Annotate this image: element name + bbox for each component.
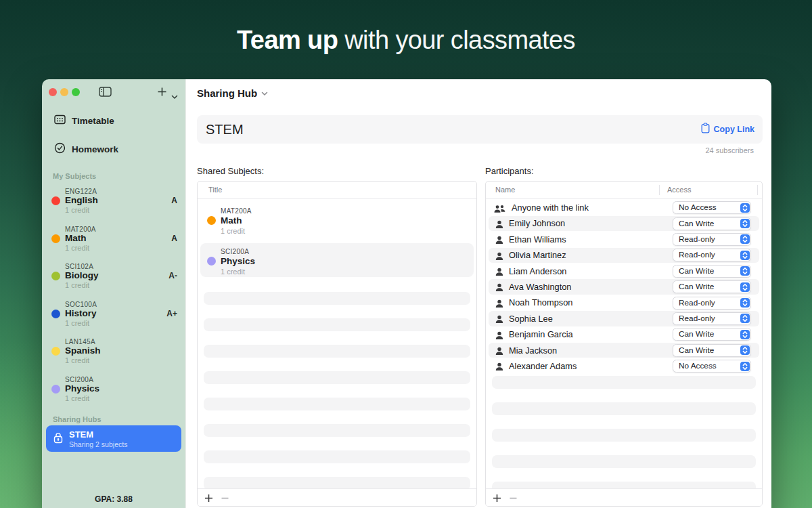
subject-credits: 1 credit [65, 319, 89, 327]
stepper-icon [740, 234, 750, 244]
people-icon [494, 204, 505, 216]
sidebar-toggle-icon[interactable] [99, 87, 112, 100]
subject-name: English [65, 195, 98, 205]
sidebar-subject-item[interactable]: MAT200A Math 1 credit A [42, 220, 185, 258]
participant-row[interactable]: Anyone with the link No Access [486, 200, 762, 215]
sidebar-subject-item[interactable]: LAN145A Spanish 1 credit [42, 333, 185, 371]
empty-row-placeholder [204, 371, 470, 384]
stepper-icon [740, 251, 750, 260]
access-value: Can Write [679, 218, 714, 230]
sidebar-subject-item[interactable]: SCI102A Biology 1 credit A- [42, 257, 185, 295]
empty-rows-right [492, 376, 756, 489]
shared-subjects-table: Title MAT200A Math 1 credit SCI200A Phys… [197, 181, 477, 507]
sidebar-subject-item[interactable]: SOC100A History 1 credit A+ [42, 295, 185, 333]
stepper-icon [740, 282, 750, 292]
empty-row-placeholder [492, 376, 756, 389]
participant-row[interactable]: Olivia Martinez Read-only [486, 247, 762, 263]
empty-row-placeholder [204, 424, 470, 437]
participant-name: Emily Johnson [509, 215, 565, 231]
participants-table-header: Name Access [486, 182, 762, 199]
sidebar-item-hub-stem[interactable]: STEM Sharing 2 subjects [46, 425, 181, 452]
access-dropdown[interactable]: Can Write [673, 280, 751, 293]
subject-list: ENG122A English 1 credit A MAT200A Math … [42, 182, 185, 408]
access-dropdown[interactable]: Can Write [673, 328, 751, 341]
add-participant-button[interactable] [493, 493, 501, 505]
close-icon[interactable] [49, 88, 57, 96]
participant-row[interactable]: Benjamin Garcia Can Write [486, 326, 762, 342]
add-row-button[interactable] [204, 493, 213, 505]
remove-participant-button[interactable] [509, 493, 518, 505]
subject-name: Spanish [65, 345, 101, 356]
access-dropdown[interactable]: Read-only [673, 249, 751, 261]
access-dropdown[interactable]: Read-only [673, 297, 751, 310]
empty-row-placeholder [492, 455, 756, 468]
participant-row[interactable]: Mia Jackson Can Write [486, 343, 762, 358]
zoom-icon[interactable] [72, 88, 80, 96]
access-dropdown[interactable]: Can Write [673, 217, 751, 230]
remove-row-button[interactable] [221, 493, 229, 505]
person-icon [495, 299, 503, 311]
access-dropdown[interactable]: Read-only [673, 312, 751, 325]
subject-code: SCI200A [65, 376, 93, 383]
participant-name: Alexander Adams [509, 358, 577, 374]
chevron-down-icon[interactable] [171, 90, 178, 102]
subject-grade: A [171, 234, 177, 243]
subject-name: Biology [65, 270, 99, 280]
participants-rows: Anyone with the link No Access Emily Joh… [486, 200, 762, 374]
participants-label: Participants: [485, 166, 534, 176]
subject-name: Physics [65, 383, 99, 394]
participant-row[interactable]: Noah Thompson Read-only [486, 295, 762, 310]
sidebar-item-timetable[interactable]: Timetable [54, 112, 114, 129]
shared-subject-row[interactable]: SCI200A Physics 1 credit [198, 243, 476, 277]
access-dropdown[interactable]: No Access [673, 360, 751, 373]
page-title: Sharing Hub [197, 87, 257, 99]
access-value: Can Write [679, 345, 714, 356]
subject-grade: A- [168, 271, 177, 280]
subject-grade: A+ [166, 309, 177, 318]
access-value: No Access [679, 360, 717, 372]
column-separator [659, 185, 660, 195]
empty-row-placeholder [204, 450, 470, 463]
subject-code: MAT200A [221, 207, 252, 215]
participant-row[interactable]: Alexander Adams No Access [486, 358, 762, 374]
participant-row[interactable]: Emily Johnson Can Write [486, 215, 762, 231]
main-panel: Sharing Hub STEM Copy Link 24 subscriber… [185, 79, 771, 508]
subject-code: MAT200A [65, 226, 96, 233]
access-dropdown[interactable]: Can Write [673, 344, 751, 357]
access-dropdown[interactable]: No Access [673, 201, 751, 214]
participant-row[interactable]: Liam Anderson Can Write [486, 263, 762, 279]
shared-subject-row[interactable]: MAT200A Math 1 credit [198, 203, 476, 240]
hub-name-field[interactable]: STEM Copy Link [197, 115, 763, 144]
empty-row-placeholder [492, 402, 756, 415]
hero-headline: Team up with your classmates [0, 24, 812, 56]
column-separator [757, 185, 758, 195]
sidebar-subject-item[interactable]: SCI200A Physics 1 credit [42, 371, 185, 408]
participant-name: Mia Jackson [509, 343, 557, 358]
add-hub-button[interactable] [157, 87, 167, 100]
participant-row[interactable]: Ava Washington Can Write [486, 279, 762, 295]
empty-row-placeholder [492, 429, 756, 442]
subject-name: History [65, 308, 97, 318]
subject-color-dot [51, 272, 60, 280]
stepper-icon [740, 298, 750, 308]
page-title-menu[interactable]: Sharing Hub [197, 87, 268, 99]
participant-row[interactable]: Sophia Lee Read-only [486, 311, 762, 326]
minimize-icon[interactable] [60, 88, 68, 96]
sidebar: Timetable Homework My Subjects ENG122A E… [42, 79, 185, 508]
shared-subjects-table-header: Title [198, 182, 476, 199]
subject-credits: 1 credit [221, 268, 245, 276]
access-dropdown[interactable]: Can Write [673, 265, 751, 278]
participant-name: Benjamin Garcia [509, 326, 573, 342]
person-icon [495, 235, 503, 247]
subject-credits: 1 credit [65, 394, 89, 402]
participant-row[interactable]: Ethan Williams Read-only [486, 232, 762, 247]
sidebar-item-homework[interactable]: Homework [54, 141, 118, 157]
subject-color-dot [51, 385, 60, 394]
subject-credits: 1 credit [65, 206, 89, 214]
sidebar-subject-item[interactable]: ENG122A English 1 credit A [42, 182, 185, 220]
copy-link-button[interactable]: Copy Link [701, 115, 754, 144]
subjects-section-header: My Subjects [53, 172, 96, 180]
person-icon [495, 251, 503, 263]
stepper-icon [740, 330, 750, 339]
access-dropdown[interactable]: Read-only [673, 233, 751, 246]
